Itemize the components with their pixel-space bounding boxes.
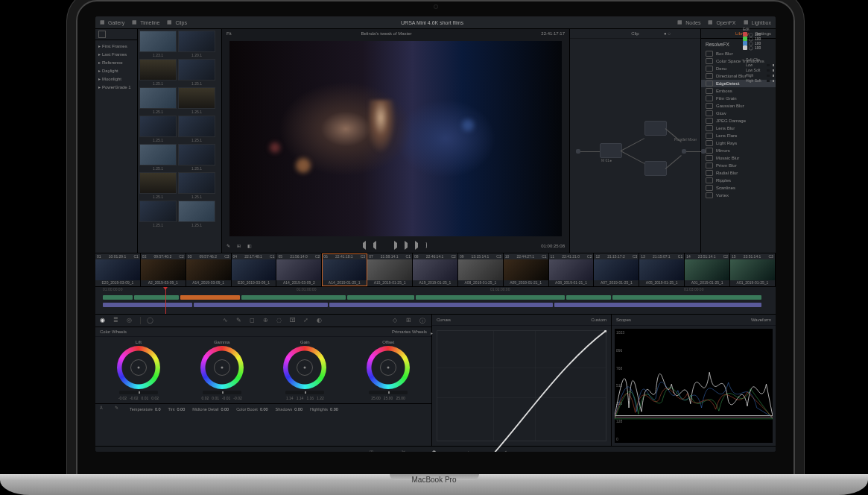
still-album-icon[interactable]: [98, 31, 106, 38]
softclip-low[interactable]: Low: [746, 63, 770, 67]
next-frame-icon[interactable]: [405, 243, 411, 249]
luts-icon[interactable]: ▦Timeline: [132, 19, 159, 25]
gallery-still[interactable]: 1.20.1: [178, 31, 215, 57]
fx-item[interactable]: Light Rays: [701, 139, 776, 147]
timeline-clip-thumb[interactable]: 1122:41:21:0C2A08_2019-01-21_1: [549, 253, 595, 286]
pick-white-icon[interactable]: ✎: [115, 406, 122, 413]
gallery-still[interactable]: 1.25.1: [178, 201, 215, 227]
loop-icon[interactable]: [425, 243, 431, 249]
color-wheel-gamma[interactable]: Gamma0.020.01-0.01-0.02: [182, 340, 262, 400]
node-3[interactable]: [644, 161, 667, 176]
gallery-still[interactable]: 1.25.1: [139, 201, 177, 227]
curve-play-icon[interactable]: ▸: [431, 330, 433, 335]
fx-item[interactable]: Lens Blur: [701, 124, 776, 132]
primaries-log-icon[interactable]: ◎: [127, 317, 134, 324]
timeline-clip-thumb[interactable]: 0209:57:40:2C2A2_2019-03-09_1: [141, 253, 186, 286]
param-temperature[interactable]: Temperature0.0: [130, 407, 161, 412]
gallery-still[interactable]: 1.25.1: [139, 172, 177, 199]
gallery-still[interactable]: 1.25.1: [178, 172, 215, 199]
rgb-mixer-icon[interactable]: ◯: [147, 317, 154, 324]
timeline-clip-thumb[interactable]: 1423:51:14:1C2A01_2019-01-25_1: [685, 253, 730, 286]
timeline-clip-thumb[interactable]: 0822:46:14:1C2A19_2019-01-25_1: [413, 253, 458, 286]
sidebar-item[interactable]: ▸Moonlight: [95, 75, 137, 83]
info-panel-icon[interactable]: ⓘ: [419, 317, 427, 324]
sidebar-item[interactable]: ▸Last Frames: [95, 50, 137, 58]
qualifier-tool-icon[interactable]: ✎: [236, 317, 244, 324]
timeline-clip-thumb[interactable]: 0521:56:14:0C2A14_2019-03-09_2: [276, 253, 322, 286]
param-shadows[interactable]: Shadows0.00: [276, 407, 302, 412]
gallery-still[interactable]: 1.25.1: [139, 59, 177, 86]
sidebar-item[interactable]: ▸First Frames: [95, 42, 137, 50]
timeline-clip-thumb[interactable]: 1523:51:14:1C3A01_2019-01-25_1: [730, 253, 776, 286]
stop-icon[interactable]: [384, 243, 390, 249]
color-wheel-gain[interactable]: Gain1.141.141.161.22: [265, 340, 346, 400]
viewer-fit[interactable]: Fit: [226, 31, 232, 36]
fx-item[interactable]: Film Grain: [701, 95, 776, 102]
node-1[interactable]: [600, 143, 622, 158]
lightbox-icon[interactable]: ▦Lightbox: [744, 19, 771, 25]
playhead[interactable]: [165, 289, 166, 314]
sizing-tool-icon[interactable]: ⤢: [303, 317, 311, 324]
fx-item[interactable]: Vortex: [701, 192, 776, 199]
nodes-icon[interactable]: ▦Nodes: [677, 19, 700, 25]
blur-tool-icon[interactable]: ◌: [276, 317, 284, 324]
key-tool-icon[interactable]: ⚿: [290, 317, 297, 324]
timeline-clip-thumb[interactable]: 1221:15:17:2C3A07_2019-01-25_1: [594, 253, 639, 286]
tracker-tool-icon[interactable]: ⊕: [263, 317, 270, 324]
fx-item[interactable]: Mosaic Blur: [701, 154, 776, 162]
wheels-mode[interactable]: Primaries Wheels: [392, 330, 427, 334]
color-wheel-offset[interactable]: Offset25.0025.0025.00: [348, 340, 428, 400]
openfx-icon[interactable]: ▦OpenFX: [708, 19, 735, 25]
fx-item[interactable]: Ripples: [701, 177, 776, 184]
timeline-clip-thumb[interactable]: 0422:17:48:1C1E20_2019-03-09_1: [232, 253, 277, 286]
sidebar-item[interactable]: ▸Reference: [95, 58, 137, 66]
fx-item[interactable]: Gaussian Blur: [701, 102, 776, 110]
gallery-still[interactable]: 1.25.1: [139, 87, 177, 114]
node-output[interactable]: [701, 149, 706, 154]
page-edit[interactable]: ✄Edit: [402, 450, 409, 453]
fx-item[interactable]: Emboss: [701, 87, 776, 95]
scopes-mode[interactable]: Waveform: [751, 318, 771, 322]
fx-item[interactable]: Mirrors: [701, 147, 776, 154]
page-media[interactable]: ⊞Media: [368, 450, 379, 453]
node-mode[interactable]: Clip: [631, 31, 639, 36]
mini-timeline[interactable]: 01:00:00:0001:01:00:0001:02:00:0001:03:0…: [95, 289, 776, 315]
param-midtone-detail[interactable]: Midtone Detail0.00: [192, 407, 229, 412]
gallery-still[interactable]: 1.25.1: [139, 116, 177, 142]
play-icon[interactable]: [394, 243, 400, 249]
fx-item[interactable]: Prism Blur: [701, 162, 776, 169]
fx-item[interactable]: Glow: [701, 110, 776, 117]
gallery-still[interactable]: 1.25.1: [178, 59, 215, 86]
window-tool-icon[interactable]: ◻: [250, 317, 257, 324]
gallery-icon[interactable]: ▦Gallery: [100, 19, 124, 25]
primaries-bars-icon[interactable]: ≣: [113, 317, 121, 324]
timeline-clip-thumb[interactable]: 1022:44:27:1C1A09_2019-01-21_1: [504, 253, 549, 286]
fx-item[interactable]: Lens Flare: [701, 132, 776, 139]
param-color-boost[interactable]: Color Boost0.00: [236, 407, 267, 412]
clips-icon[interactable]: ▦Clips: [167, 19, 187, 25]
last-frame-icon[interactable]: [415, 243, 421, 249]
timeline-clip-thumb[interactable]: 0622:41:18:1C3A14_2019-01-25_1: [322, 253, 367, 286]
scopes-panel-icon[interactable]: ⊞: [406, 317, 414, 324]
node-editor[interactable]: Clip ● ○ M 01● Parallel Mixer: [570, 29, 700, 253]
qualifier-icon[interactable]: ✎: [226, 243, 232, 249]
overlay-icon[interactable]: ⊞: [237, 243, 243, 249]
softclip-high[interactable]: High: [746, 73, 770, 78]
curve-channel[interactable]: ◯100: [743, 45, 773, 50]
color-wheel-lift[interactable]: Lift-0.02-0.020.010.02: [98, 340, 179, 400]
prev-frame-icon[interactable]: [373, 243, 379, 249]
clip-thumbnail-timeline[interactable]: 0110:01:29:1C1E20_2019-03-09_10209:57:40…: [95, 253, 776, 287]
gallery-still[interactable]: 1.25.1: [178, 87, 215, 114]
gallery-still[interactable]: 1.25.1: [178, 144, 215, 171]
timeline-clip-thumb[interactable]: 0110:01:29:1C1E20_2019-03-09_1: [95, 253, 141, 286]
first-frame-icon[interactable]: [363, 243, 369, 249]
sidebar-item[interactable]: ▸PowerGrade 1: [95, 83, 137, 91]
timeline-clip-thumb[interactable]: 0721:58:14:1C1A15_2019-01-25_1: [367, 253, 413, 286]
timeline-clip-thumb[interactable]: 1321:15:07:1C1A05_2019-01-25_1: [639, 253, 685, 286]
node-2[interactable]: [644, 121, 667, 136]
timeline-clip-thumb[interactable]: 0309:57:46:2C3A14_2019-03-09_1: [186, 253, 232, 286]
param-highlights[interactable]: Highlights0.00: [310, 407, 338, 412]
sidebar-item[interactable]: ▸Daylight: [95, 66, 137, 75]
fx-item[interactable]: Scanlines: [701, 184, 776, 192]
param-tint[interactable]: Tint0.00: [168, 407, 186, 412]
